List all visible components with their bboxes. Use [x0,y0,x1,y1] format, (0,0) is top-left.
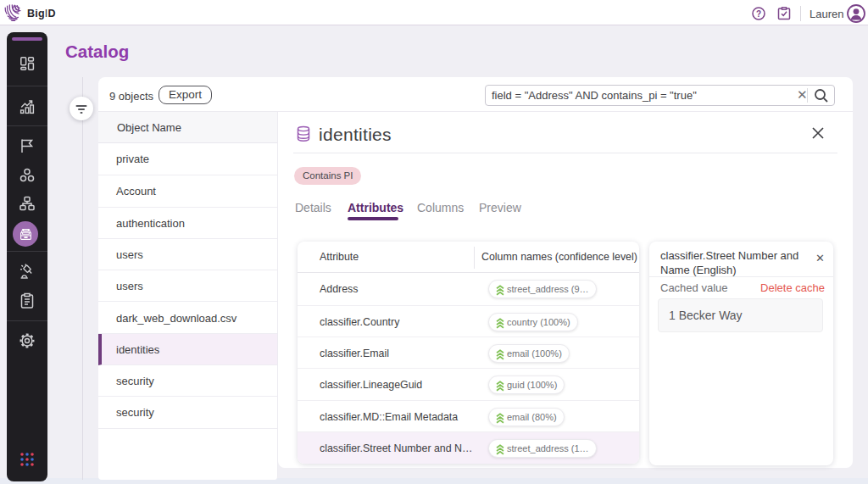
svg-text:?: ? [756,9,761,19]
